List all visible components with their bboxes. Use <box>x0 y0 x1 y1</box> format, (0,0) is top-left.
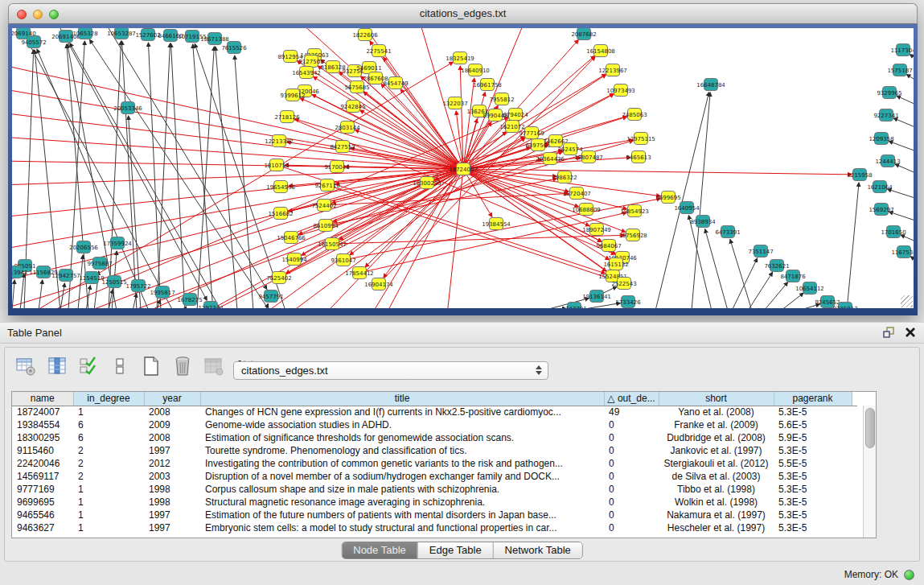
table-cell[interactable]: Embryonic stem cells: a model to study s… <box>200 521 604 534</box>
table-cell[interactable]: 2008 <box>144 431 200 444</box>
table-row[interactable]: 1938455462009Genome-wide association stu… <box>12 418 857 431</box>
window-resize-grip[interactable] <box>901 295 913 307</box>
graph-node[interactable]: 1678275 <box>177 294 202 306</box>
table-selector-dropdown[interactable]: citations_edges.txt <box>233 361 548 380</box>
tab-network-table[interactable]: Network Table <box>493 542 582 558</box>
table-cell[interactable]: 6 <box>73 431 144 444</box>
table-cell[interactable]: 0 <box>604 470 659 483</box>
graph-node[interactable]: 1795722 <box>125 280 150 292</box>
table-cell[interactable]: 0 <box>604 444 659 457</box>
row-selection-icon[interactable] <box>77 355 100 377</box>
table-row[interactable]: 969969511998Structural magnetic resonanc… <box>12 496 857 509</box>
table-cell[interactable]: Jankovic et al. (1997) <box>659 444 774 457</box>
graph-node[interactable]: 19654936 <box>266 181 295 193</box>
graph-node[interactable]: 10653287 <box>107 28 136 39</box>
table-cell[interactable]: 1 <box>73 483 144 496</box>
table-cell[interactable]: Nakamura et al. (1997) <box>659 509 774 521</box>
graph-node[interactable]: 7351147 <box>748 245 773 257</box>
delete-table-icon[interactable] <box>171 355 194 377</box>
graph-node[interactable]: 8427552 <box>330 141 355 153</box>
graph-node[interactable]: 8471876 <box>780 270 806 282</box>
table-cell[interactable]: 1 <box>73 509 144 521</box>
table-cell[interactable]: 22420046 <box>12 457 73 470</box>
table-cell[interactable]: 0 <box>604 457 659 470</box>
graph-node[interactable]: 10973493 <box>606 84 635 97</box>
table-cell[interactable]: 0 <box>604 431 659 444</box>
column-header-title[interactable]: title <box>200 392 604 406</box>
table-cell[interactable]: 6 <box>73 418 144 431</box>
table-cell[interactable]: 1998 <box>144 496 200 509</box>
minimize-window-button[interactable] <box>33 10 43 19</box>
graph-node[interactable]: 16904174 <box>364 278 393 290</box>
table-cell[interactable]: 5.9E-5 <box>774 431 852 444</box>
table-cell[interactable]: Estimation of the future numbers of pati… <box>200 509 604 521</box>
table-cell[interactable]: 1998 <box>144 483 200 496</box>
column-header-pagerank[interactable]: pagerank <box>774 392 852 406</box>
table-vertical-scrollbar[interactable] <box>863 406 876 538</box>
table-row[interactable]: 1872400712008Changes of HCN gene express… <box>12 406 857 418</box>
graph-node[interactable]: 1621064 <box>867 181 893 193</box>
table-cell[interactable]: Stergiakouli et al. (2012) <box>659 457 774 470</box>
zoom-window-button[interactable] <box>49 10 59 19</box>
graph-node[interactable]: 1209358 <box>869 133 893 145</box>
graph-node[interactable]: 15720407 <box>562 187 591 200</box>
table-settings-icon[interactable] <box>14 355 37 377</box>
table-cell[interactable]: 2008 <box>144 406 200 418</box>
table-cell[interactable]: 2009 <box>144 418 200 431</box>
table-cell[interactable]: Tourette syndrome. Phenomenology and cla… <box>200 444 604 457</box>
graph-node[interactable]: 10688609 <box>572 204 601 216</box>
table-cell[interactable]: Structural magnetic resonance image aver… <box>200 496 604 509</box>
table-row[interactable]: 1456911722003Disruption of a novel membe… <box>12 470 857 483</box>
table-cell[interactable]: 1 <box>73 496 144 509</box>
table-cell[interactable]: 49 <box>604 406 659 418</box>
table-cell[interactable]: Disruption of a novel member of a sodium… <box>200 470 604 483</box>
graph-node[interactable]: 12975115 <box>626 133 655 145</box>
graph-node[interactable]: 19854923 <box>620 205 649 217</box>
graph-node[interactable]: 2275541 <box>366 45 391 57</box>
graph-node[interactable]: 16648784 <box>696 79 725 91</box>
table-cell[interactable]: 9463627 <box>12 521 73 534</box>
graph-node[interactable]: 20206556 <box>69 241 98 253</box>
table-cell[interactable]: 1 <box>73 406 144 418</box>
table-cell[interactable]: 2 <box>73 444 144 457</box>
graph-node[interactable]: 1822606 <box>352 29 378 41</box>
float-panel-icon[interactable] <box>883 327 895 338</box>
table-row[interactable]: 2242004622012Investigating the contribut… <box>12 457 857 470</box>
table-cell[interactable]: Tibbo et al. (1998) <box>659 483 774 496</box>
column-header-out_de[interactable]: △ out_de... <box>604 392 659 406</box>
graph-node[interactable]: 9227341 <box>873 109 898 122</box>
table-cell[interactable]: 1997 <box>144 444 200 457</box>
table-cell[interactable]: 0 <box>604 418 659 431</box>
graph-node[interactable]: 18640910 <box>461 64 490 76</box>
graph-node[interactable]: 8938934 <box>690 216 716 228</box>
graph-node[interactable]: 1733426 <box>615 296 641 308</box>
table-cell[interactable]: 2 <box>73 457 144 470</box>
new-table-icon[interactable] <box>140 355 162 377</box>
tab-edge-table[interactable]: Edge Table <box>417 542 493 558</box>
rows-icon[interactable] <box>109 355 131 377</box>
table-cell[interactable]: 9115460 <box>12 444 73 457</box>
table-row[interactable]: 911546021997Tourette syndrome. Phenomeno… <box>12 444 857 457</box>
graph-node[interactable]: 7955812 <box>489 93 514 105</box>
column-visibility-icon[interactable] <box>46 355 68 377</box>
graph-node[interactable]: 1569297 <box>869 204 893 216</box>
graph-node[interactable]: 17359924 <box>103 237 132 249</box>
table-cell[interactable]: 5.3E-5 <box>774 444 852 457</box>
table-cell[interactable]: Genome-wide association studies in ADHD. <box>200 418 604 431</box>
table-cell[interactable]: 0 <box>604 509 659 521</box>
graph-node[interactable]: 10654112 <box>795 282 824 295</box>
table-cell[interactable]: Estimation of significance thresholds fo… <box>200 431 604 444</box>
graph-node[interactable]: 1167534 <box>891 246 914 258</box>
graph-node[interactable]: 9465613 <box>626 151 651 163</box>
table-cell[interactable]: 2003 <box>144 470 200 483</box>
table-cell[interactable]: 9465546 <box>12 509 73 521</box>
table-cell[interactable]: Yano et al. (2008) <box>659 406 774 418</box>
table-cell[interactable]: 0 <box>604 521 659 534</box>
table-cell[interactable]: 5.3E-5 <box>774 509 852 521</box>
graph-node[interactable]: 1747701 <box>561 303 586 309</box>
graph-node[interactable]: 18325419 <box>446 52 474 64</box>
network-canvas[interactable]: 2069140940557220691406106532810653287152… <box>12 28 914 308</box>
table-cell[interactable]: 9777169 <box>12 483 73 496</box>
table-cell[interactable]: 5.6E-5 <box>774 418 852 431</box>
table-cell[interactable]: Dudbridge et al. (2008) <box>659 431 774 444</box>
